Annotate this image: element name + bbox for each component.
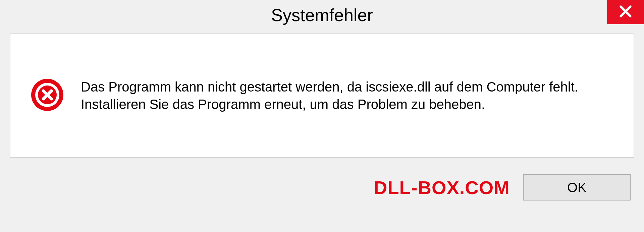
watermark-text: DLL-BOX.COM (374, 177, 510, 198)
error-dialog: Systemfehler Das Programm kann nicht ges… (0, 0, 644, 232)
dialog-footer: DLL-BOX.COM OK (0, 168, 644, 211)
dialog-title: Systemfehler (271, 5, 373, 25)
titlebar: Systemfehler (0, 0, 644, 30)
error-icon (31, 78, 64, 113)
close-button[interactable] (607, 0, 644, 24)
ok-button[interactable]: OK (523, 174, 631, 200)
close-icon (619, 4, 633, 20)
content-panel: Das Programm kann nicht gestartet werden… (10, 34, 634, 158)
ok-button-label: OK (567, 180, 587, 195)
error-message: Das Programm kann nicht gestartet werden… (81, 78, 613, 113)
